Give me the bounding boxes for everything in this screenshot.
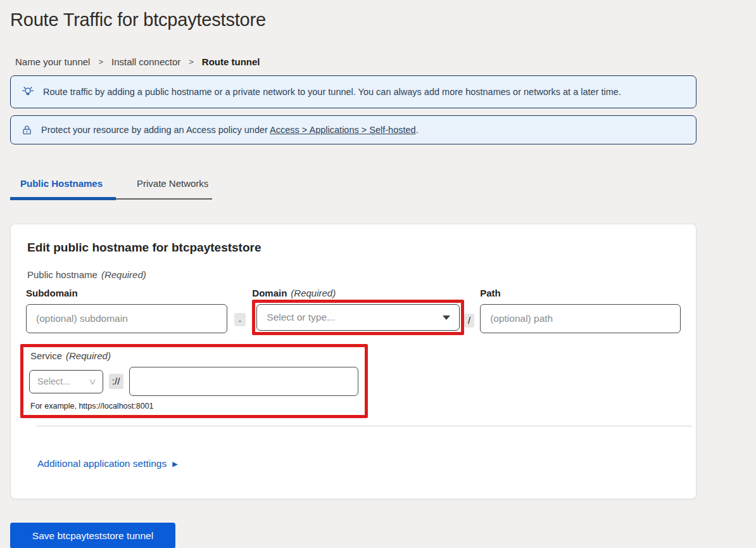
- access-banner-text-before: Protect your resource by adding an Acces…: [41, 125, 270, 135]
- tab-private-networks[interactable]: Private Networks: [116, 178, 208, 197]
- page-title: Route Traffic for btcpayteststore: [10, 8, 707, 31]
- scheme-separator: ://: [109, 374, 123, 389]
- card-title: Edit public hostname for btcpayteststore: [27, 241, 681, 255]
- hostname-tabs: Public Hostnames Private Networks: [10, 178, 707, 200]
- subdomain-label: Subdomain: [26, 288, 227, 298]
- breadcrumb-install-connector[interactable]: Install connector: [111, 56, 180, 67]
- service-example-text: For example, https://localhost:8001: [30, 402, 358, 411]
- dot-separator: .: [234, 313, 246, 326]
- access-banner-text-after: .: [416, 125, 419, 135]
- service-label: Service(Required): [30, 350, 358, 361]
- service-url-input[interactable]: [129, 367, 358, 396]
- domain-required: (Required): [291, 288, 336, 298]
- breadcrumb: Name your tunnel > Install connector > R…: [15, 56, 707, 67]
- path-field-group: Path: [480, 288, 681, 333]
- breadcrumb-separator: >: [98, 57, 103, 67]
- path-input[interactable]: [480, 304, 681, 333]
- hostname-fields-row: Subdomain . Domain(Required) Select or t…: [26, 288, 681, 335]
- save-tunnel-button[interactable]: Save btcpayteststore tunnel: [10, 523, 175, 548]
- breadcrumb-separator: >: [189, 57, 194, 67]
- tab-underline-track: [10, 197, 212, 200]
- public-hostname-caption: Public hostname(Required): [27, 269, 681, 280]
- service-label-text: Service: [30, 350, 62, 361]
- domain-field-group: Domain(Required) Select or type...: [252, 288, 464, 335]
- annotation-highlight-service: Service(Required) Select... ∨ :// For ex…: [20, 344, 368, 418]
- path-label: Path: [480, 288, 681, 298]
- subdomain-field-group: Subdomain: [26, 288, 227, 333]
- edit-hostname-card: Edit public hostname for btcpayteststore…: [10, 224, 696, 499]
- active-tab-indicator: [10, 197, 116, 200]
- tab-public-hostnames[interactable]: Public Hostnames: [10, 178, 116, 197]
- tip-banner-text: Route traffic by adding a public hostnam…: [43, 87, 621, 97]
- access-banner: Protect your resource by adding an Acces…: [10, 115, 696, 144]
- service-type-select[interactable]: Select... ∨: [29, 370, 103, 393]
- access-applications-link[interactable]: Access > Applications > Self-hosted: [270, 125, 416, 135]
- subdomain-input[interactable]: [26, 304, 227, 333]
- chevron-down-icon: [443, 315, 450, 320]
- service-type-placeholder: Select...: [37, 376, 70, 386]
- domain-label-text: Domain: [252, 288, 287, 298]
- public-hostname-required: (Required): [101, 269, 146, 280]
- annotation-highlight-domain: Select or type...: [252, 300, 464, 335]
- additional-settings-label: Additional application settings: [37, 458, 167, 469]
- public-hostname-label: Public hostname: [27, 269, 98, 280]
- domain-label: Domain(Required): [252, 288, 464, 298]
- domain-select-placeholder: Select or type...: [267, 312, 335, 323]
- access-banner-text: Protect your resource by adding an Acces…: [41, 125, 419, 135]
- page-content: Route Traffic for btcpayteststore Name y…: [0, 8, 707, 548]
- service-required: (Required): [66, 350, 111, 361]
- additional-application-settings-link[interactable]: Additional application settings ▶: [37, 458, 178, 469]
- lock-icon: [21, 124, 33, 136]
- breadcrumb-name-your-tunnel[interactable]: Name your tunnel: [15, 56, 90, 67]
- card-divider: [36, 426, 692, 426]
- domain-select[interactable]: Select or type...: [256, 304, 460, 331]
- service-row: Select... ∨ ://: [29, 367, 358, 396]
- slash-separator: /: [464, 314, 474, 328]
- tab-track-line: [116, 198, 212, 200]
- lightbulb-icon: [21, 85, 35, 99]
- expand-arrow-icon: ▶: [172, 460, 177, 468]
- tip-banner: Route traffic by adding a public hostnam…: [10, 75, 696, 108]
- breadcrumb-route-tunnel: Route tunnel: [202, 56, 260, 67]
- chevron-down-icon: ∨: [88, 377, 97, 386]
